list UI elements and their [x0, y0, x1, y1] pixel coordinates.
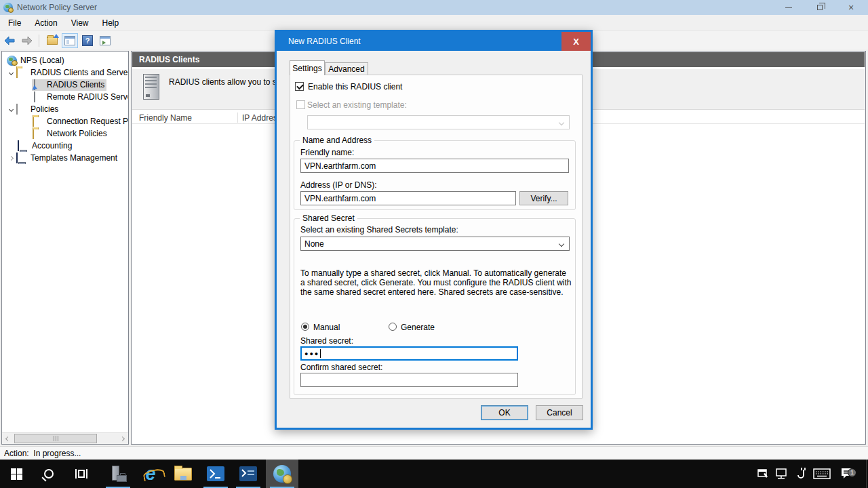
file-explorer-taskbar-button[interactable] — [167, 460, 199, 488]
taskbar: e 1 — [0, 460, 868, 488]
window-title: Network Policy Server — [17, 3, 97, 12]
powershell-ise-taskbar-button[interactable] — [232, 460, 264, 488]
expander-expanded-icon[interactable] — [6, 108, 16, 111]
verify-button[interactable]: Verify... — [519, 191, 568, 205]
show-hidden-icons-button[interactable] — [754, 460, 772, 488]
minimize-button[interactable] — [773, 0, 804, 15]
action-center-button[interactable]: 1 — [834, 460, 860, 488]
close-button[interactable]: × — [835, 0, 867, 15]
enable-radius-client-label[interactable]: Enable this RADIUS client — [308, 82, 402, 92]
policies-icon — [16, 104, 18, 115]
powershell-taskbar-button[interactable] — [199, 460, 232, 488]
restore-icon — [817, 5, 823, 10]
column-separator[interactable] — [237, 113, 238, 123]
scroll-right-button[interactable] — [117, 433, 128, 444]
expander-expanded-icon[interactable] — [6, 71, 16, 75]
tree-item-network-policies[interactable]: Network Policies — [2, 127, 128, 140]
manual-radio-label[interactable]: Manual — [313, 323, 340, 332]
shared-secret-group-title: Shared Secret — [300, 214, 357, 223]
restore-button[interactable] — [804, 0, 835, 15]
accounting-icon — [18, 140, 19, 151]
cancel-button-label: Cancel — [547, 408, 572, 418]
status-text: Action: In progress... — [4, 449, 81, 458]
keyboard-icon — [813, 468, 831, 479]
tree-item-label: RADIUS Clients — [47, 80, 104, 89]
internet-explorer-icon: e — [145, 465, 155, 483]
manual-radio[interactable] — [301, 323, 309, 331]
scroll-left-button[interactable] — [2, 433, 14, 444]
tree-item-remote-radius-server[interactable]: Remote RADIUS Server — [2, 91, 128, 103]
tree-item-nps-local[interactable]: NPS (Local) — [2, 54, 128, 66]
friendly-name-value: VPN.earthfarm.com — [304, 161, 376, 171]
search-icon — [44, 469, 54, 479]
ok-button[interactable]: OK — [481, 405, 528, 420]
folder-icon — [33, 116, 34, 127]
expander-collapsed-icon[interactable] — [6, 157, 16, 160]
power-plug-icon — [795, 467, 806, 481]
dialog-close-button[interactable]: X — [561, 32, 591, 51]
touch-keyboard-button[interactable] — [810, 460, 834, 488]
shared-secret-value: ●●● — [304, 350, 319, 357]
show-console-tree-button[interactable] — [62, 33, 78, 48]
generate-radio[interactable] — [389, 323, 397, 331]
shared-secret-input[interactable]: ●●● — [300, 346, 518, 361]
menu-file[interactable]: File — [1, 16, 28, 30]
menu-action[interactable]: Action — [28, 16, 64, 30]
existing-template-dropdown[interactable] — [307, 115, 570, 129]
tab-advanced[interactable]: Advanced — [325, 62, 368, 75]
menu-view[interactable]: View — [64, 16, 96, 30]
tree-item-templates-management[interactable]: Templates Management — [2, 152, 128, 164]
nps-server-icon — [7, 56, 17, 66]
task-view-button[interactable] — [65, 460, 98, 488]
scrollbar-thumb[interactable] — [14, 434, 97, 443]
select-existing-template-label[interactable]: Select an existing template: — [307, 100, 407, 110]
text-caret — [320, 349, 321, 358]
start-button[interactable] — [0, 460, 33, 488]
nps-taskbar-button[interactable] — [266, 460, 298, 488]
tree-item-policies[interactable]: Policies — [2, 103, 128, 115]
network-tray-button[interactable] — [772, 460, 792, 488]
horizontal-scrollbar[interactable] — [2, 432, 128, 444]
shared-secrets-template-dropdown[interactable]: None — [300, 237, 570, 251]
power-tray-button[interactable] — [792, 460, 810, 488]
select-existing-template-checkbox[interactable] — [296, 100, 305, 109]
address-input[interactable]: VPN.earthfarm.com — [300, 191, 516, 205]
notification-badge: 1 — [848, 468, 856, 477]
ok-button-label: OK — [498, 408, 510, 418]
shared-secret-info-text: To manually type a shared secret, click … — [300, 268, 572, 297]
tree-item-connection-request-policies[interactable]: Connection Request Po — [2, 115, 128, 127]
tree-item-label: Policies — [31, 104, 58, 114]
tree-item-accounting[interactable]: Accounting — [2, 140, 128, 152]
tree-item-label: RADIUS Clients and Servers — [31, 68, 128, 77]
menu-help[interactable]: Help — [96, 16, 126, 30]
server-manager-taskbar-button[interactable] — [102, 460, 134, 488]
export-list-button[interactable] — [44, 33, 60, 48]
console-tree-icon — [64, 36, 75, 45]
internet-explorer-taskbar-button[interactable]: e — [134, 460, 167, 488]
tree-item-label: Remote RADIUS Server — [47, 92, 128, 102]
toolbar-separator — [39, 35, 39, 47]
column-friendly-name[interactable]: Friendly Name — [139, 113, 192, 123]
folder-icon — [16, 67, 18, 78]
dialog-title-bar: New RADIUS Client — [277, 32, 591, 51]
forward-button[interactable] — [19, 33, 35, 48]
tree-item-radius-clients-and-servers[interactable]: RADIUS Clients and Servers — [2, 66, 128, 79]
help-button[interactable]: ? — [79, 33, 96, 48]
cancel-button[interactable]: Cancel — [536, 405, 583, 420]
task-view-icon — [75, 469, 87, 479]
tree-item-radius-clients[interactable]: RADIUS Clients — [2, 79, 128, 91]
show-action-pane-button[interactable] — [97, 33, 113, 48]
tab-settings-label: Settings — [292, 64, 321, 73]
tab-settings[interactable]: Settings — [290, 60, 325, 75]
help-icon: ? — [82, 35, 93, 46]
generate-radio-label[interactable]: Generate — [401, 323, 435, 332]
powershell-icon — [207, 466, 224, 481]
confirm-shared-secret-input[interactable] — [300, 373, 518, 387]
windows-logo-icon — [11, 468, 22, 480]
confirm-shared-secret-label: Confirm shared secret: — [300, 363, 382, 372]
export-list-icon — [47, 37, 58, 45]
back-button[interactable] — [1, 33, 18, 48]
enable-radius-client-checkbox[interactable] — [295, 82, 304, 91]
search-button[interactable] — [33, 460, 65, 488]
friendly-name-input[interactable]: VPN.earthfarm.com — [300, 159, 569, 173]
